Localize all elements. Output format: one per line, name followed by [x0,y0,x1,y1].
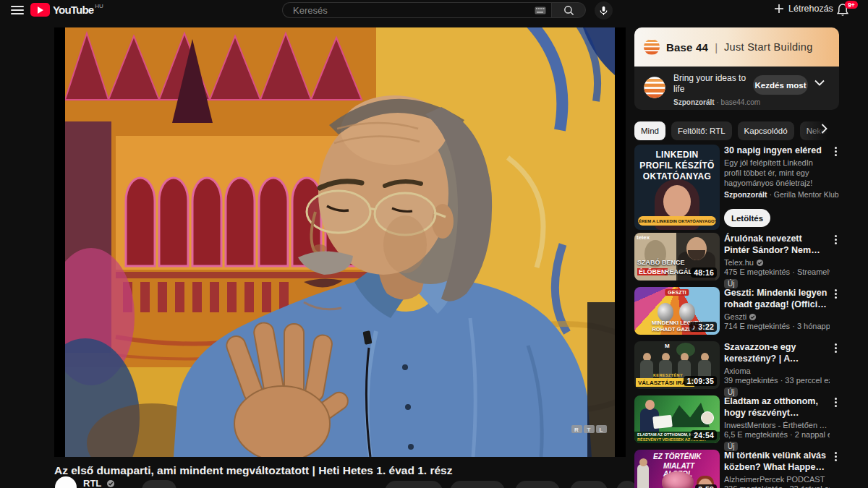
suggestion-thumbnail[interactable]: telex SZABÓ BENCE ÉLŐBEN REAGÁL 48:16 [634,233,720,281]
svg-text:L: L [600,427,603,433]
more-options-icon[interactable] [831,451,839,463]
chevron-down-icon[interactable] [814,80,825,86]
duration-badge: ♪ 3:22 [689,322,717,332]
channel-name[interactable]: RTL [83,478,101,488]
ad-brand: Base 44 [666,41,708,53]
duration-badge: 48:16 [691,267,717,278]
suggestion-meta: 475 E megtekintés · Streamelve 22 óráv..… [724,267,830,276]
masthead: YouTube HU Létrehozás 9+ [0,0,868,20]
search-button[interactable] [551,2,586,18]
rtl-watermark: R T L [571,425,607,433]
video-title: Az első dumaparti, ami mindent megváltoz… [54,464,623,477]
suggestion-title[interactable]: Eladtam az otthonom, hogy részvényt vehe… [724,395,830,419]
video-player[interactable]: R T L [54,27,626,457]
chip-mind[interactable]: Mind [634,121,665,140]
suggestion-meta: 714 E megtekintés · 3 hónappal ezelőtt [724,322,830,330]
suggestion-meta: 6,5 E megtekintés · 2 nappal ezelőtt [724,430,830,439]
related-sidebar: Base 44 | Just Start Building Bring your… [634,27,839,488]
youtube-logo[interactable]: YouTube HU [30,3,103,17]
ad-cta-button[interactable]: Kezdés most [753,75,808,95]
suggestion-channel[interactable]: Axioma [724,367,830,375]
suggestion-item: telex SZABÓ BENCE ÉLŐBEN REAGÁL 48:16 Ár… [634,233,839,283]
youtube-logo-text: YouTube [53,3,93,17]
suggestion-title[interactable]: Árulónak nevezett Pintér Sándor? Nem biz… [724,233,830,256]
chip-uploader[interactable]: Feltöltő: RTL [671,121,732,140]
suggestion-channel[interactable]: Telex.hu [724,258,830,267]
promoted-item: LINKEDIN PROFIL KÉSZÍTŐ OKTATÓANYAG KÉRE… [634,145,839,230]
suggestion-meta: 236 megtekintés · 22 órával ezelőtt [724,484,830,488]
plus-icon [774,4,784,14]
suggestion-title[interactable]: Mi történik velünk alvás közben? What Ha… [724,450,830,473]
base44-logo-icon [643,38,660,56]
verified-icon [106,479,115,488]
create-label: Létrehozás [788,4,833,14]
chip-for-you[interactable]: Neked aj [800,121,839,140]
search-input[interactable] [283,4,535,17]
more-options-icon[interactable] [831,343,839,355]
verified-icon [749,313,757,321]
suggestion-thumbnail[interactable]: M KERESZTÉNY VÁLASZTÁSI IRA 1:09:35 [634,341,720,389]
suggestion-channel[interactable]: InwestMentors - Érthetően A Befektetésrő… [724,421,830,429]
more-options-icon[interactable] [831,397,839,409]
keyboard-icon[interactable] [535,7,546,14]
video-frame-talkshow-guest: R T L [65,27,615,457]
microphone-icon [599,6,608,16]
ad-tagline: Just Start Building [724,41,813,53]
ad-separator: | [715,41,718,53]
share-button[interactable] [450,481,505,488]
suggestion-item: ELADTAM AZ OTTHONOM, HOGYRÉSZVÉNYT VEHES… [634,395,839,446]
suggestion-thumbnail[interactable]: GESZTI MINDENKI LEGYENROHADT GAZDAG! ♪ 3… [634,287,720,335]
svg-text:R: R [574,427,579,433]
search-icon [563,5,574,16]
suggestion-title[interactable]: Geszti: Mindenki legyen rohadt gazdag! (… [724,287,830,310]
suggestion-thumbnail[interactable]: ELADTAM AZ OTTHONOM, HOGYRÉSZVÉNYT VEHES… [634,395,720,443]
chevron-right-icon[interactable] [821,124,827,134]
notification-count-badge: 9+ [845,1,858,9]
like-dislike-button[interactable] [385,481,443,488]
duration-badge: 24:54 [691,430,717,440]
ad-banner-header[interactable]: Base 44 | Just Start Building [634,27,839,67]
voice-search-button[interactable] [595,1,613,20]
base44-avatar-icon [643,76,666,99]
download-button[interactable] [515,481,560,488]
suggestion-item: GESZTI MINDENKI LEGYENROHADT GAZDAG! ♪ 3… [634,287,839,338]
suggestion-item: M KERESZTÉNY VÁLASZTÁSI IRA 1:09:35 Szav… [634,341,839,392]
more-options-icon[interactable] [831,288,839,301]
svg-text:T: T [587,427,591,433]
promoted-thumbnail[interactable]: LINKEDIN PROFIL KÉSZÍTŐ OKTATÓANYAG KÉRE… [634,145,720,230]
clip-button[interactable] [570,481,608,488]
more-options-icon[interactable] [831,146,839,158]
join-button[interactable] [142,480,176,488]
youtube-play-icon [30,3,50,17]
menu-button[interactable] [11,6,24,14]
suggestion-item: EZ TÖRTÉNIK MIALATT ALSZOL 2:58 Mi törté… [634,450,839,488]
logo-region: HU [95,3,103,10]
music-note-icon: ♪ [692,322,696,331]
promoted-sponsored-line: Szponzorált · Gerilla Mentor Klub [724,190,830,199]
verified-icon [756,259,764,267]
search-box[interactable] [282,2,552,18]
chip-related[interactable]: Kapcsolódó [738,121,794,140]
suggestion-meta: 39 megtekintés · 33 perccel ezelőtt [724,376,830,385]
channel-avatar[interactable] [55,476,77,488]
youtube-watch-page: YouTube HU Létrehozás 9+ [0,0,868,488]
promoted-description: Egy jól felépített LinkedIn profil többe… [724,158,830,188]
duration-badge: 2:58 [695,484,717,488]
suggestion-title[interactable]: Szavazzon-e egy keresztény? | A Kereszté… [724,341,830,364]
suggestion-thumbnail[interactable]: EZ TÖRTÉNIK MIALATT ALSZOL 2:58 [634,450,720,488]
filter-chips: Mind Feltöltő: RTL Kapcsolódó Neked aj [634,121,839,140]
suggestion-channel[interactable]: AlzheimerPercek PODCAST [724,475,830,484]
more-options-icon[interactable] [831,234,839,247]
thumbnail-text: LINKEDIN PROFIL KÉSZÍTŐ OKTATÓANYAG [634,150,720,182]
ad-sponsored-line: Szponzorált · base44.com [673,98,760,106]
create-button[interactable]: Létrehozás [774,4,833,14]
thumbnail-banner: KÉREM A LINKEDIN OKTATÓANYAGOT! [638,216,716,226]
ad-headline: Bring your ideas to life [673,73,750,95]
ad-banner-body[interactable]: Bring your ideas to life Szponzorált · b… [634,67,839,110]
promoted-cta-button[interactable]: Letöltés [724,209,770,227]
suggestion-channel[interactable]: Geszti [724,312,830,321]
promoted-title[interactable]: 30 napig ingyen eléred [724,145,830,156]
duration-badge: 1:09:35 [684,376,717,386]
